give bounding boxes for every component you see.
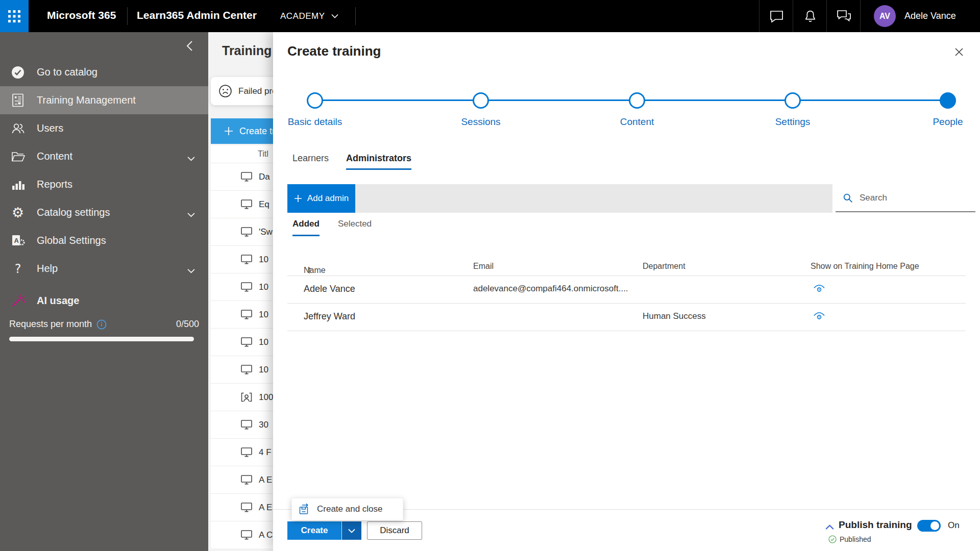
step-label[interactable]: Settings xyxy=(747,116,839,128)
chevron-down-icon xyxy=(187,210,195,219)
topbar-divider xyxy=(127,7,128,25)
publish-collapse-button[interactable] xyxy=(825,523,834,532)
app-title[interactable]: Learn365 Admin Center xyxy=(137,9,257,21)
add-admin-button[interactable]: Add admin xyxy=(287,184,355,213)
sidebar-item-catalog-settings[interactable]: ⚙ Catalog settings xyxy=(0,198,208,227)
toggle-knob xyxy=(930,521,939,530)
chevron-down-icon xyxy=(187,154,195,163)
table-row[interactable]: 10 xyxy=(211,356,273,383)
published-status-label: Published xyxy=(840,535,871,543)
table-row[interactable]: 10 xyxy=(211,245,273,273)
chat-button[interactable] xyxy=(759,0,793,32)
table-row[interactable]: 30 xyxy=(211,411,273,438)
sidebar-item-go-to-catalog[interactable]: Go to catalog xyxy=(0,58,208,86)
admin-row-jeffrey-ward[interactable]: Jeffrey Ward Human Success xyxy=(273,303,980,331)
panel-title: Create training xyxy=(287,43,381,59)
create-split-dropdown-button[interactable] xyxy=(341,521,361,540)
top-bar: Microsoft 365 Learn365 Admin Center ACAD… xyxy=(0,0,980,32)
global-settings-icon: A xyxy=(10,234,26,247)
create-and-close-label: Create and close xyxy=(317,504,383,514)
sidebar-item-users[interactable]: Users xyxy=(0,114,208,142)
account-menu[interactable]: AV Adele Vance xyxy=(860,0,980,32)
toggle-state-label: On xyxy=(948,520,960,531)
close-button[interactable] xyxy=(952,45,966,61)
close-icon xyxy=(954,47,964,57)
column-header-show[interactable]: Show on Training Home Page xyxy=(811,262,919,271)
cell-name: Adele Vance xyxy=(304,284,355,294)
table-row[interactable]: Da xyxy=(211,163,273,190)
requests-label: Requests per month xyxy=(9,319,92,330)
sidebar-item-label: Training Management xyxy=(37,94,136,106)
column-header-name[interactable]: Name ↑ xyxy=(304,262,306,271)
step-label[interactable]: Basic details xyxy=(269,116,361,128)
step-connector xyxy=(800,99,940,101)
step-label[interactable]: People xyxy=(902,116,980,128)
sidebar: Go to catalog Training Management Us xyxy=(0,32,208,551)
sidebar-item-content[interactable]: Content xyxy=(0,142,208,170)
table-row[interactable]: 4 F xyxy=(211,438,273,466)
step-circle-current[interactable] xyxy=(940,92,956,109)
ai-usage-progressbar xyxy=(9,337,194,341)
trainings-table-header: Titl xyxy=(211,145,273,163)
step-circle[interactable] xyxy=(473,92,489,109)
info-icon[interactable] xyxy=(96,319,107,330)
discard-button[interactable]: Discard xyxy=(367,521,422,540)
table-row[interactable]: 10 xyxy=(211,328,273,356)
cell-department: Human Success xyxy=(643,311,706,321)
tab-learners[interactable]: Learners xyxy=(292,153,329,170)
table-row[interactable]: 'Sw xyxy=(211,218,273,245)
sidebar-item-label: Catalog settings xyxy=(37,207,110,218)
search-input[interactable] xyxy=(859,192,963,204)
sidebar-item-label: Help xyxy=(37,263,58,274)
table-row[interactable]: A E xyxy=(211,466,273,493)
step-connector xyxy=(323,99,473,101)
feedback-button[interactable] xyxy=(826,0,861,32)
create-button[interactable]: Create xyxy=(287,521,341,540)
monitor-icon xyxy=(241,420,252,430)
step-label[interactable]: Sessions xyxy=(435,116,527,128)
table-row[interactable]: A E xyxy=(211,493,273,521)
show-on-home-eye-icon[interactable] xyxy=(813,285,825,295)
notifications-button[interactable] xyxy=(793,0,827,32)
add-admin-label: Add admin xyxy=(307,193,349,204)
app-launcher-button[interactable] xyxy=(0,0,29,32)
monitor-icon xyxy=(241,337,252,347)
admin-list-subtabs: Added Selected xyxy=(292,219,372,236)
column-header-email[interactable]: Email xyxy=(473,262,494,271)
instructor-icon xyxy=(241,392,252,402)
admin-row-adele-vance[interactable]: Adele Vance adelevance@compafi464.onmicr… xyxy=(273,276,980,303)
sidebar-item-reports[interactable]: Reports xyxy=(0,170,208,198)
tab-administrators[interactable]: Administrators xyxy=(346,153,411,170)
create-training-button[interactable]: Create tra xyxy=(211,118,273,144)
sidebar-collapse-button[interactable] xyxy=(184,38,195,56)
publish-toggle[interactable] xyxy=(917,520,941,532)
step-circle[interactable] xyxy=(307,92,323,109)
show-on-home-eye-icon[interactable] xyxy=(813,312,825,322)
table-row[interactable]: 10 xyxy=(211,273,273,300)
sidebar-item-global-settings[interactable]: A Global Settings xyxy=(0,227,208,255)
table-row[interactable]: 10 xyxy=(211,300,273,328)
subtab-selected[interactable]: Selected xyxy=(338,219,372,236)
monitor-icon xyxy=(241,172,252,182)
step-label[interactable]: Content xyxy=(591,116,683,128)
table-row[interactable]: A C xyxy=(211,521,273,548)
discard-label: Discard xyxy=(380,525,409,536)
table-row[interactable]: Eq xyxy=(211,190,273,218)
sidebar-item-help[interactable]: ? Help xyxy=(0,255,208,283)
row-title: Eq xyxy=(259,199,270,210)
tenant-selector[interactable]: ACADEMY xyxy=(280,0,338,32)
table-row[interactable]: 100 xyxy=(211,383,273,411)
people-icon xyxy=(10,122,26,134)
sad-face-icon xyxy=(218,84,232,98)
column-header-department[interactable]: Department xyxy=(643,262,685,271)
sidebar-item-ai-usage[interactable]: AI usage xyxy=(0,287,208,315)
error-toast[interactable]: Failed pro xyxy=(211,77,273,105)
subtab-added[interactable]: Added xyxy=(292,219,320,236)
sidebar-item-training-management[interactable]: Training Management xyxy=(0,86,208,114)
step-circle[interactable] xyxy=(785,92,801,109)
monitor-icon xyxy=(241,503,252,512)
step-circle[interactable] xyxy=(629,92,645,109)
svg-text:A: A xyxy=(14,237,19,244)
brand-title[interactable]: Microsoft 365 xyxy=(47,9,116,21)
create-and-close-menu-item[interactable]: Create and close xyxy=(291,498,403,520)
